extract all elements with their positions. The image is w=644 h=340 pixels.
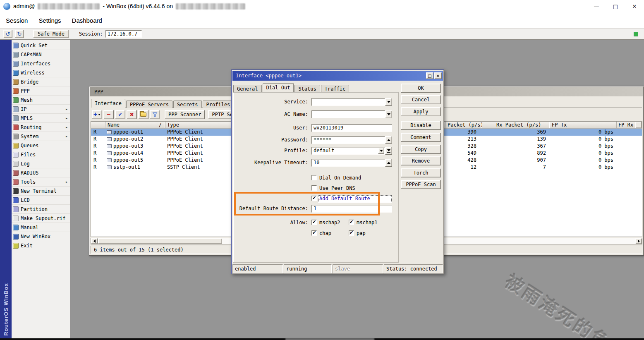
scroll-left-button[interactable] [91, 238, 98, 244]
dialog-tab-status[interactable]: Status [294, 85, 320, 92]
dial-on-demand-checkbox[interactable] [311, 175, 317, 180]
column-packet[interactable]: Packet (p/s) [446, 122, 482, 128]
profile-select[interactable]: default [311, 147, 385, 155]
sidebar-item-quick-set[interactable]: Quick Set [12, 41, 70, 50]
ac-name-input[interactable] [311, 110, 385, 118]
ppp-scanner-button[interactable]: PPP Scanner [165, 110, 205, 119]
allow-mschap1-checkbox[interactable] [349, 220, 354, 225]
profile-expand-button[interactable] [385, 147, 392, 155]
sidebar-item-make-supout-rif[interactable]: Make Supout.rif [12, 214, 70, 223]
undo-button[interactable]: ↺ [3, 30, 12, 38]
comment-button[interactable] [138, 110, 148, 119]
column-fp-tx[interactable]: FP Tx [550, 122, 617, 128]
service-dropdown-button[interactable] [385, 98, 392, 106]
torch-button[interactable]: Torch [401, 168, 441, 177]
ok-button[interactable]: OK [401, 84, 441, 93]
dialog-tab-general[interactable]: General [233, 85, 262, 92]
routeros-winbox-brand: RouterOS WinBox [3, 283, 9, 336]
service-input[interactable] [311, 98, 385, 106]
sidebar-item-partition[interactable]: Partition [12, 205, 70, 214]
redo-button[interactable]: ↻ [15, 30, 24, 38]
enable-button[interactable]: ✔ [115, 110, 125, 119]
allow-pap-checkbox[interactable] [349, 230, 354, 236]
keepalive-toggle-button[interactable] [385, 159, 392, 167]
sidebar-item-mesh[interactable]: Mesh [12, 96, 70, 105]
sidebar-item-log[interactable]: Log [12, 159, 70, 168]
column-options-button[interactable] [635, 122, 642, 128]
ppp-tab-interface[interactable]: Interface [91, 99, 125, 108]
password-toggle-button[interactable] [385, 136, 392, 144]
column-rx-packet[interactable]: Rx Packet (p/s) [482, 122, 550, 128]
safe-mode-button[interactable]: Safe Mode [33, 30, 69, 38]
close-button[interactable]: ✕ [625, 0, 644, 12]
allow-chap-checkbox[interactable] [311, 230, 317, 236]
remove-button[interactable]: − [103, 110, 114, 119]
dialog-maximize-button[interactable]: □ [426, 72, 433, 79]
user-input[interactable]: wx20113019 [311, 124, 392, 132]
sidebar-item-ip[interactable]: IP▸ [12, 105, 70, 114]
copy-button[interactable]: Copy [401, 145, 441, 154]
sidebar-item-ppp[interactable]: PPP [12, 86, 70, 96]
sidebar-item-mpls[interactable]: MPLS▸ [12, 114, 70, 123]
sidebar-item-tools[interactable]: Tools▸ [12, 177, 70, 187]
sidebar-item-system[interactable]: System▸ [12, 132, 70, 141]
dialog-close-button[interactable]: ✕ [434, 72, 442, 79]
column-name[interactable]: Name/ [106, 122, 165, 128]
sidebar-item-capsman[interactable]: CAPsMAN [12, 50, 70, 59]
ppp-tab-secrets[interactable]: Secrets [173, 101, 202, 108]
disable-button[interactable]: Disable [401, 121, 441, 130]
sidebar-item-queues[interactable]: Queues [12, 141, 70, 150]
sidebar-item-bridge[interactable]: Bridge [12, 77, 70, 86]
cancel-button[interactable]: Cancel [401, 95, 441, 104]
add-button[interactable]: + [92, 110, 102, 119]
sidebar-item-files[interactable]: Files [12, 150, 70, 159]
keepalive-input[interactable]: 10 [311, 159, 385, 167]
dialog-titlebar[interactable]: Interface <pppoe-out1> □ ✕ [232, 71, 443, 81]
remove-button[interactable]: Remove [401, 156, 441, 165]
default-route-distance-input[interactable]: 1 [311, 205, 392, 213]
sidebar-item-wireless[interactable]: Wireless [12, 68, 70, 77]
minimize-button[interactable]: — [587, 0, 606, 12]
row-flag: R [91, 150, 106, 157]
undo-icon: ↺ [6, 31, 10, 37]
add-default-route-checkbox[interactable] [311, 196, 317, 201]
sidebar-item-routing[interactable]: Routing▸ [12, 123, 70, 132]
sidebar-item-lcd[interactable]: LCD [12, 196, 70, 205]
disable-button[interactable]: ✖ [127, 110, 137, 119]
default-route-distance-row: Default Route Distance: 1 [232, 205, 444, 213]
window-titlebar[interactable]: admin@- WinBox (64bit) v6.44.6 on — □ ✕ [0, 0, 644, 12]
sidebar-item-new-terminal[interactable]: New Terminal [12, 187, 70, 196]
dialog-tab-traffic[interactable]: Traffic [321, 85, 350, 92]
files-icon [13, 152, 19, 158]
ppp-tab-pppoe-servers[interactable]: PPPoE Servers [126, 101, 172, 108]
filter-button[interactable] [150, 110, 160, 119]
scroll-right-button[interactable] [635, 238, 642, 244]
add-default-route-label[interactable]: Add Default Route [318, 195, 392, 203]
sidebar-item-radius[interactable]: RADIUS [12, 168, 70, 177]
menu-settings[interactable]: Settings [38, 17, 61, 24]
menu-dashboard[interactable]: Dashboard [72, 17, 102, 24]
ppp-icon [13, 88, 19, 94]
redacted-board-name [176, 3, 245, 10]
sidebar-item-new-winbox[interactable]: New WinBox [12, 232, 70, 241]
dialog-tab-dial-out[interactable]: Dial Out [263, 83, 294, 92]
column-flags[interactable] [91, 122, 106, 128]
use-peer-dns-checkbox[interactable] [311, 185, 317, 191]
sidebar-item-exit[interactable]: Exit [12, 241, 70, 250]
profile-combo-arrow[interactable] [378, 148, 384, 154]
pppoe-scan-button[interactable]: PPPoE Scan [401, 180, 441, 189]
enabled-status: enabled [232, 264, 283, 273]
menu-session[interactable]: Session [6, 17, 28, 24]
ppp-tab-profiles[interactable]: Profiles [203, 101, 234, 108]
apply-button[interactable]: Apply [401, 107, 441, 116]
sidebar-item-manual[interactable]: Manual [12, 223, 70, 232]
comment-button[interactable]: Comment [401, 133, 441, 142]
allow-mschap2-checkbox[interactable] [311, 220, 317, 225]
password-input[interactable]: ****** [311, 136, 385, 144]
sidebar-item-interfaces[interactable]: Interfaces [12, 59, 70, 68]
scrollbar-thumb[interactable] [98, 238, 222, 244]
maximize-button[interactable]: □ [606, 0, 625, 12]
interfaces-icon [13, 61, 19, 67]
ac-name-dropdown-button[interactable] [385, 110, 392, 118]
session-address-field[interactable]: 172.16.0.7 [105, 30, 142, 38]
